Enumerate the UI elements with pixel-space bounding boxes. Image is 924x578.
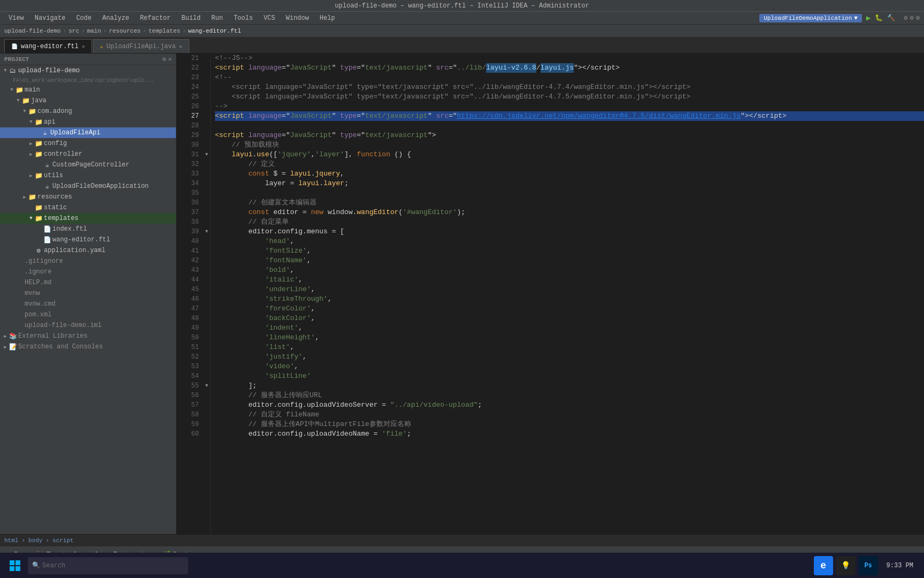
line-num-53: 53	[176, 362, 199, 371]
taskbar-start[interactable]	[4, 555, 26, 576]
svg-rect-0	[10, 560, 14, 565]
sidebar-item-ignore[interactable]: .ignore	[0, 267, 176, 277]
menu-help[interactable]: Help	[315, 13, 340, 23]
line-num-48: 48	[176, 314, 199, 323]
sidebar-item-java[interactable]: ▼ 📁 java	[0, 95, 176, 106]
sidebar-item-com-adong[interactable]: ▼ 📁 com.adong	[0, 106, 176, 117]
sidebar: Project ⚙ ✕ ▼ 🗂 upload-file-demo FA\01_w…	[0, 54, 176, 534]
sidebar-item-static[interactable]: 📁 static	[0, 202, 176, 213]
line-num-40: 40	[176, 237, 199, 246]
sidebar-item-index-ftl[interactable]: 📄 index.ftl	[0, 224, 176, 234]
breadcrumb-main[interactable]: main	[87, 28, 101, 34]
sidebar-item-controller[interactable]: ▶ 📁 controller	[0, 149, 176, 159]
code-line-25: <script language="JavaScript" type="text…	[215, 92, 924, 102]
line-num-41: 41	[176, 246, 199, 256]
action-icon-3[interactable]: ⚙	[916, 14, 920, 22]
breadcrumb-file[interactable]: wang-editor.ftl	[188, 28, 241, 34]
sidebar-item-help[interactable]: HELP.md	[0, 277, 176, 288]
sidebar-item-custom-page-controller[interactable]: ☕ CustomPageController	[0, 159, 176, 170]
taskbar-app-ps[interactable]: Ps	[859, 556, 878, 575]
breadcrumb-src[interactable]: src	[68, 28, 79, 34]
code-line-60: editor.config.uploadVideoName = 'file' ;	[215, 429, 924, 439]
menu-window[interactable]: Window	[282, 13, 313, 23]
sidebar-item-project[interactable]: ▼ 🗂 upload-file-demo	[0, 65, 176, 76]
line-num-27: 27	[176, 111, 199, 121]
path-body[interactable]: body	[28, 537, 42, 544]
sidebar-item-external-libraries[interactable]: ▶ 📚 External Libraries	[0, 331, 176, 341]
taskbar-app-edge[interactable]: e	[814, 556, 833, 575]
build-button[interactable]: 🔨	[887, 14, 895, 22]
line-num-34: 34	[176, 179, 199, 188]
sidebar-item-resources[interactable]: ▶ 📁 resources	[0, 192, 176, 202]
line-num-37: 37	[176, 208, 199, 217]
menu-tools[interactable]: Tools	[229, 13, 257, 23]
breadcrumb-resources[interactable]: resources	[109, 28, 141, 34]
sidebar-item-mvnw-cmd[interactable]: mvnw.cmd	[0, 299, 176, 309]
sidebar-item-templates[interactable]: ▼ 📁 templates	[0, 213, 176, 224]
code-line-53: 'video' ,	[215, 362, 924, 371]
sidebar-item-main[interactable]: ▼ 📁 main	[0, 85, 176, 95]
taskbar-clock: 9:33 PM	[880, 562, 920, 569]
menu-refactor[interactable]: Refactor	[136, 13, 175, 23]
taskbar: 🔍 Search e 💡 Ps 9:33 PM	[0, 552, 924, 578]
breadcrumb-templates[interactable]: templates	[149, 28, 180, 34]
sidebar-settings-icon[interactable]: ⚙	[163, 56, 166, 63]
menu-vcs[interactable]: VCS	[259, 13, 280, 23]
line-num-44: 44	[176, 275, 199, 285]
title-bar: upload-file-demo – wang-editor.ftl – Int…	[0, 0, 924, 12]
breadcrumb-sep-1: ›	[63, 28, 67, 34]
code-line-43: 'bold' ,	[215, 265, 924, 275]
sidebar-item-api[interactable]: ▼ 📁 api	[0, 117, 176, 127]
sidebar-item-app[interactable]: ☕ UploadFileDemoApplication	[0, 181, 176, 192]
path-script[interactable]: script	[52, 537, 74, 544]
line-num-24: 24	[176, 82, 199, 92]
path-bar: html › body › script	[0, 534, 924, 546]
menu-build[interactable]: Build	[177, 13, 205, 23]
menu-view[interactable]: View	[4, 13, 28, 23]
breadcrumb-project[interactable]: upload-file-demo	[4, 28, 61, 34]
sidebar-item-upload-file-api[interactable]: ☕ UploadFileApi	[0, 127, 176, 138]
code-line-42: 'fontName' ,	[215, 256, 924, 265]
menu-bar: View Navigate Code Analyze Refactor Buil…	[0, 12, 924, 25]
editor-area: 21 22 23 24 25 26 27 28 29 30 31 32 33 3…	[176, 54, 924, 534]
sidebar-item-pom[interactable]: pom.xml	[0, 309, 176, 320]
debug-button[interactable]: 🐛	[875, 14, 883, 22]
menu-navigate[interactable]: Navigate	[30, 13, 70, 23]
run-config-selector[interactable]: UploadFileDemoApplication ▼	[759, 14, 862, 22]
code-line-46: 'strikeThrough' ,	[215, 294, 924, 304]
tab-icon-ftl: 📄	[11, 43, 18, 50]
sidebar-item-gitignore[interactable]: .gitignore	[0, 256, 176, 267]
tab-upload-api[interactable]: ☕ UploadFileApi.java ✕	[93, 39, 189, 53]
code-content[interactable]: <!--JS--> <script language =" JavaScript…	[211, 54, 924, 534]
taskbar-app-idea[interactable]: 💡	[836, 556, 856, 575]
menu-run[interactable]: Run	[207, 13, 227, 23]
action-icon-2[interactable]: ⚙	[910, 14, 914, 22]
code-line-58: // 自定义 fileName	[215, 410, 924, 420]
sidebar-item-config[interactable]: ▶ 📁 config	[0, 138, 176, 149]
main-layout: Project ⚙ ✕ ▼ 🗂 upload-file-demo FA\01_w…	[0, 54, 924, 534]
svg-rect-1	[16, 560, 20, 565]
menu-analyze[interactable]: Analyze	[98, 13, 133, 23]
tab-wang-editor[interactable]: 📄 wang-editor.ftl ✕	[4, 39, 92, 53]
code-line-56: // 服务器上传响应URL	[215, 391, 924, 400]
line-num-28: 28	[176, 121, 199, 131]
tab-close-upload-api[interactable]: ✕	[179, 43, 182, 50]
tab-bar: 📄 wang-editor.ftl ✕ ☕ UploadFileApi.java…	[0, 37, 924, 54]
sidebar-item-utils[interactable]: ▶ 📁 utils	[0, 170, 176, 181]
taskbar-search[interactable]: 🔍 Search	[28, 557, 188, 574]
action-icon-1[interactable]: ⚙	[904, 14, 907, 22]
path-html[interactable]: html	[4, 537, 18, 544]
code-line-36: // 创建富文本编辑器	[215, 198, 924, 208]
breadcrumb-sep-5: ›	[182, 28, 186, 34]
sidebar-item-application-yaml[interactable]: ⚙ application.yaml	[0, 245, 176, 256]
sidebar-item-wang-editor-ftl[interactable]: 📄 wang-editor.ftl	[0, 234, 176, 245]
sidebar-item-iml[interactable]: upload-file-demo.iml	[0, 320, 176, 331]
tab-close-wang-editor[interactable]: ✕	[82, 43, 85, 50]
sidebar-close-icon[interactable]: ✕	[168, 56, 172, 63]
tree-arrow-project: ▼	[2, 68, 9, 73]
menu-code[interactable]: Code	[72, 13, 96, 23]
sidebar-item-mvnw[interactable]: mvnw	[0, 288, 176, 299]
sidebar-item-scratches[interactable]: ▶ 📝 Scratches and Consoles	[0, 341, 176, 352]
line-num-33: 33	[176, 169, 199, 179]
run-button[interactable]: ▶	[866, 13, 871, 22]
